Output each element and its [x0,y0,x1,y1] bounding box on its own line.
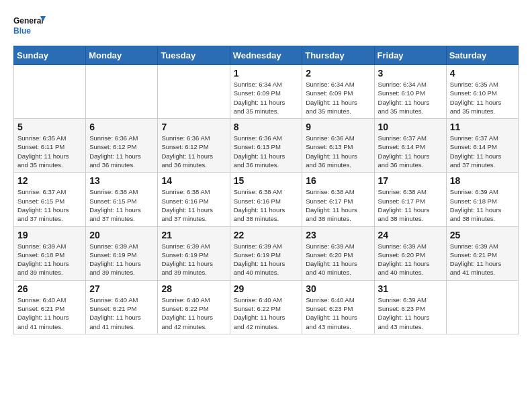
day-number: 20 [89,230,154,240]
day-number: 30 [306,283,370,294]
calendar-cell: 29Sunrise: 6:40 AM Sunset: 6:22 PM Dayli… [230,280,302,334]
calendar-cell: 15Sunrise: 6:38 AM Sunset: 6:16 PM Dayli… [230,173,302,226]
calendar-cell: 31Sunrise: 6:39 AM Sunset: 6:23 PM Dayli… [374,280,446,334]
day-info: Sunrise: 6:38 AM Sunset: 6:15 PM Dayligh… [89,187,154,223]
calendar-cell: 25Sunrise: 6:39 AM Sunset: 6:21 PM Dayli… [446,226,518,280]
day-info: Sunrise: 6:39 AM Sunset: 6:20 PM Dayligh… [378,242,443,277]
day-number: 27 [89,283,154,294]
day-info: Sunrise: 6:39 AM Sunset: 6:21 PM Dayligh… [450,242,515,277]
day-info: Sunrise: 6:38 AM Sunset: 6:16 PM Dayligh… [161,187,226,223]
logo: General Blue [13,13,47,39]
day-info: Sunrise: 6:34 AM Sunset: 6:09 PM Dayligh… [234,80,299,116]
calendar-cell [158,65,230,119]
day-info: Sunrise: 6:36 AM Sunset: 6:13 PM Dayligh… [306,134,370,169]
calendar-cell: 3Sunrise: 6:34 AM Sunset: 6:10 PM Daylig… [374,65,446,119]
calendar-cell: 14Sunrise: 6:38 AM Sunset: 6:16 PM Dayli… [158,173,230,226]
day-number: 9 [306,122,370,132]
calendar-week-row: 1Sunrise: 6:34 AM Sunset: 6:09 PM Daylig… [14,65,519,119]
day-number: 3 [378,68,443,79]
calendar-cell: 1Sunrise: 6:34 AM Sunset: 6:09 PM Daylig… [230,65,302,119]
day-info: Sunrise: 6:37 AM Sunset: 6:14 PM Dayligh… [378,134,443,169]
weekday-header: Friday [374,46,446,65]
calendar-cell: 11Sunrise: 6:37 AM Sunset: 6:14 PM Dayli… [446,119,518,173]
calendar-cell: 21Sunrise: 6:39 AM Sunset: 6:19 PM Dayli… [158,226,230,280]
day-number: 22 [234,230,299,240]
page-header: General Blue [13,13,519,39]
day-number: 16 [306,175,370,186]
day-info: Sunrise: 6:34 AM Sunset: 6:10 PM Dayligh… [378,80,443,116]
day-info: Sunrise: 6:38 AM Sunset: 6:17 PM Dayligh… [378,187,443,223]
calendar-cell: 26Sunrise: 6:40 AM Sunset: 6:21 PM Dayli… [14,280,86,334]
calendar-cell: 20Sunrise: 6:39 AM Sunset: 6:19 PM Dayli… [86,226,158,280]
day-info: Sunrise: 6:39 AM Sunset: 6:19 PM Dayligh… [89,242,154,277]
day-number: 14 [161,175,226,186]
calendar-cell: 16Sunrise: 6:38 AM Sunset: 6:17 PM Dayli… [302,173,374,226]
calendar-cell [14,65,86,119]
calendar-cell: 5Sunrise: 6:35 AM Sunset: 6:11 PM Daylig… [14,119,86,173]
weekday-header: Thursday [302,46,374,65]
weekday-header: Monday [86,46,158,65]
day-number: 19 [17,230,82,240]
day-number: 21 [161,230,226,240]
day-info: Sunrise: 6:39 AM Sunset: 6:23 PM Dayligh… [378,295,443,331]
weekday-header: Sunday [14,46,86,65]
day-info: Sunrise: 6:39 AM Sunset: 6:18 PM Dayligh… [450,187,515,223]
calendar-cell: 22Sunrise: 6:39 AM Sunset: 6:19 PM Dayli… [230,226,302,280]
day-number: 7 [161,122,226,132]
day-number: 26 [17,283,82,294]
day-info: Sunrise: 6:37 AM Sunset: 6:14 PM Dayligh… [450,134,515,169]
day-number: 29 [234,283,299,294]
svg-text:Blue: Blue [13,26,31,36]
calendar-cell: 27Sunrise: 6:40 AM Sunset: 6:21 PM Dayli… [86,280,158,334]
calendar-cell: 7Sunrise: 6:36 AM Sunset: 6:12 PM Daylig… [158,119,230,173]
day-info: Sunrise: 6:40 AM Sunset: 6:23 PM Dayligh… [306,295,370,331]
weekday-header: Tuesday [158,46,230,65]
day-info: Sunrise: 6:39 AM Sunset: 6:20 PM Dayligh… [306,242,370,277]
day-number: 2 [306,68,370,79]
weekday-header: Wednesday [230,46,302,65]
calendar-week-row: 19Sunrise: 6:39 AM Sunset: 6:18 PM Dayli… [14,226,519,280]
day-info: Sunrise: 6:39 AM Sunset: 6:18 PM Dayligh… [17,242,82,277]
day-info: Sunrise: 6:36 AM Sunset: 6:12 PM Dayligh… [89,134,154,169]
day-number: 24 [378,230,443,240]
calendar-cell: 12Sunrise: 6:37 AM Sunset: 6:15 PM Dayli… [14,173,86,226]
calendar-cell: 9Sunrise: 6:36 AM Sunset: 6:13 PM Daylig… [302,119,374,173]
calendar-cell: 10Sunrise: 6:37 AM Sunset: 6:14 PM Dayli… [374,119,446,173]
calendar-cell: 30Sunrise: 6:40 AM Sunset: 6:23 PM Dayli… [302,280,374,334]
day-info: Sunrise: 6:40 AM Sunset: 6:22 PM Dayligh… [234,295,299,331]
calendar-cell: 19Sunrise: 6:39 AM Sunset: 6:18 PM Dayli… [14,226,86,280]
calendar-cell: 13Sunrise: 6:38 AM Sunset: 6:15 PM Dayli… [86,173,158,226]
day-info: Sunrise: 6:40 AM Sunset: 6:21 PM Dayligh… [17,295,82,331]
calendar-week-row: 26Sunrise: 6:40 AM Sunset: 6:21 PM Dayli… [14,280,519,334]
weekday-header: Saturday [446,46,518,65]
logo-svg: General Blue [13,13,47,39]
calendar-table: SundayMondayTuesdayWednesdayThursdayFrid… [13,46,519,334]
day-info: Sunrise: 6:35 AM Sunset: 6:11 PM Dayligh… [17,134,82,169]
day-info: Sunrise: 6:38 AM Sunset: 6:16 PM Dayligh… [234,187,299,223]
day-number: 31 [378,283,443,294]
day-info: Sunrise: 6:40 AM Sunset: 6:21 PM Dayligh… [89,295,154,331]
day-info: Sunrise: 6:39 AM Sunset: 6:19 PM Dayligh… [234,242,299,277]
day-number: 8 [234,122,299,132]
day-number: 1 [234,68,299,79]
calendar-cell: 24Sunrise: 6:39 AM Sunset: 6:20 PM Dayli… [374,226,446,280]
day-number: 10 [378,122,443,132]
day-info: Sunrise: 6:39 AM Sunset: 6:19 PM Dayligh… [161,242,226,277]
day-info: Sunrise: 6:35 AM Sunset: 6:10 PM Dayligh… [450,80,515,116]
calendar-cell: 4Sunrise: 6:35 AM Sunset: 6:10 PM Daylig… [446,65,518,119]
day-info: Sunrise: 6:36 AM Sunset: 6:12 PM Dayligh… [161,134,226,169]
svg-text:General: General [13,16,44,26]
day-number: 15 [234,175,299,186]
day-info: Sunrise: 6:34 AM Sunset: 6:09 PM Dayligh… [306,80,370,116]
day-number: 25 [450,230,515,240]
calendar-cell: 18Sunrise: 6:39 AM Sunset: 6:18 PM Dayli… [446,173,518,226]
day-number: 18 [450,175,515,186]
calendar-cell: 17Sunrise: 6:38 AM Sunset: 6:17 PM Dayli… [374,173,446,226]
day-info: Sunrise: 6:37 AM Sunset: 6:15 PM Dayligh… [17,187,82,223]
calendar-cell: 2Sunrise: 6:34 AM Sunset: 6:09 PM Daylig… [302,65,374,119]
calendar-cell: 28Sunrise: 6:40 AM Sunset: 6:22 PM Dayli… [158,280,230,334]
calendar-cell [446,280,518,334]
day-number: 28 [161,283,226,294]
calendar-cell: 6Sunrise: 6:36 AM Sunset: 6:12 PM Daylig… [86,119,158,173]
day-number: 17 [378,175,443,186]
